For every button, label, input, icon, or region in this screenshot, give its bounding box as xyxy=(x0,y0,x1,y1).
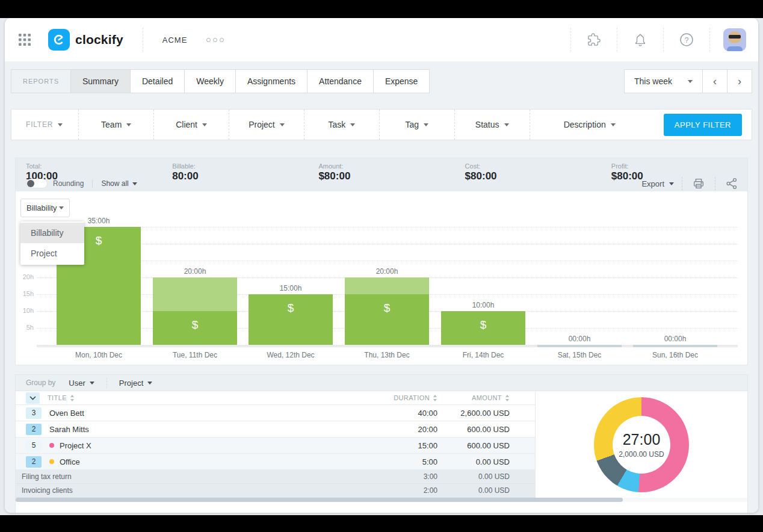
clockify-logo-icon xyxy=(48,29,70,51)
menu-option-project[interactable]: Project xyxy=(20,243,84,264)
apply-filter-button[interactable]: APPLY FILTER xyxy=(664,114,742,136)
filter-description-label: Description xyxy=(564,120,606,129)
x-axis-day-label: Thu, 13th Dec xyxy=(339,351,435,359)
x-axis-day-label: Wed, 12th Dec xyxy=(242,351,339,359)
filter-project[interactable]: Project xyxy=(229,110,304,140)
tab-assignments[interactable]: Assignments xyxy=(235,70,307,93)
integrations-puzzle-icon[interactable] xyxy=(577,28,611,52)
table-row[interactable]: 3Oven Bett40:002,600.00 USD xyxy=(16,405,535,421)
x-axis-day-label: Mon, 10th Dec xyxy=(51,351,147,359)
share-icon[interactable] xyxy=(723,177,740,190)
divider xyxy=(682,177,682,190)
x-axis-day-label: Sun, 16th Dec xyxy=(627,351,723,359)
header-left: clockify ACME xyxy=(14,28,224,52)
row-title: Project X xyxy=(60,441,91,450)
clockify-logo[interactable]: clockify xyxy=(43,29,128,51)
reports-tabs: REPORTS Summary Detailed Weekly Assignme… xyxy=(11,69,430,93)
row-amount: 600.00 USD xyxy=(437,425,510,434)
svg-text:?: ? xyxy=(685,36,689,45)
billable-dollar-icon: $ xyxy=(153,318,237,332)
zero-hours-bar[interactable] xyxy=(537,345,622,347)
filter-client[interactable]: Client xyxy=(153,110,229,140)
prev-week-button[interactable]: ‹ xyxy=(702,70,727,93)
chart-type-value: Billability xyxy=(26,203,57,212)
title-header-label: TITLE xyxy=(48,394,67,401)
show-all-label: Show all xyxy=(101,179,128,188)
billable-dollar-icon: $ xyxy=(441,318,525,332)
table-row[interactable]: 5Project X15:00600.00 USD xyxy=(16,438,535,454)
bar-value-label: 15:00h xyxy=(249,284,333,292)
avatar-art xyxy=(727,46,743,51)
row-amount: 0.00 USD xyxy=(437,472,510,481)
time-breakdown-donut-chart: 27:00 2,000.00 USD xyxy=(594,397,689,492)
stat-label: Cost: xyxy=(465,162,601,170)
rounding-toggle[interactable] xyxy=(26,179,48,188)
filter-project-label: Project xyxy=(249,120,275,129)
scrollbar-thumb[interactable] xyxy=(16,498,623,502)
table-row[interactable]: 2Sarah Mitts20:00600.00 USD xyxy=(16,421,535,438)
y-axis-tick-label: 15h xyxy=(16,290,34,297)
filter-description[interactable]: Description xyxy=(530,110,649,140)
export-dropdown[interactable]: Export xyxy=(641,179,674,188)
table-row[interactable]: Filing tax return3:000.00 USD xyxy=(16,470,535,484)
group-by-user-dropdown[interactable]: User xyxy=(69,379,94,388)
filter-status[interactable]: Status xyxy=(454,110,530,140)
column-header-amount[interactable]: AMOUNT xyxy=(437,394,510,401)
show-all-dropdown[interactable]: Show all xyxy=(101,179,137,188)
divider xyxy=(92,179,93,188)
row-title: Office xyxy=(60,457,80,466)
entry-count-badge[interactable]: 2 xyxy=(26,456,42,468)
workspace-name[interactable]: ACME xyxy=(158,36,193,45)
menu-option-billability[interactable]: Billability xyxy=(20,223,84,243)
avatar-sunglasses xyxy=(729,35,741,39)
column-header-title[interactable]: TITLE xyxy=(48,394,365,401)
caret-down-icon xyxy=(669,182,674,185)
next-week-button[interactable]: › xyxy=(727,70,752,93)
non-billable-bar-segment[interactable] xyxy=(153,277,237,311)
filter-tag[interactable]: Tag xyxy=(379,110,454,140)
tab-attendance[interactable]: Attendance xyxy=(307,70,373,93)
collapse-all-chevron-icon[interactable] xyxy=(26,392,40,404)
tab-expense[interactable]: Expense xyxy=(373,70,429,93)
header-divider xyxy=(143,28,143,52)
reports-section-label: REPORTS xyxy=(11,70,70,93)
group-by-label: Group by xyxy=(26,379,55,387)
filter-team-label: Team xyxy=(101,120,122,129)
bar-value-label: 20:00h xyxy=(345,267,429,276)
date-range-dropdown[interactable]: This week xyxy=(625,70,702,93)
table-row[interactable]: Invoicing clients2:000.00 USD xyxy=(16,484,535,498)
amount-header-label: AMOUNT xyxy=(472,394,502,401)
entry-count-badge[interactable]: 2 xyxy=(26,424,42,435)
row-title: Invoicing clients xyxy=(22,486,73,495)
non-billable-bar-segment[interactable] xyxy=(345,277,429,294)
summary-table: TITLE DURATION AMOUNT 3Oven Bett40:002,6… xyxy=(16,391,535,498)
zero-hours-bar[interactable] xyxy=(633,345,717,347)
group-by-project-dropdown[interactable]: Project xyxy=(119,379,152,388)
notifications-bell-icon[interactable] xyxy=(623,28,657,52)
tab-summary[interactable]: Summary xyxy=(70,70,130,93)
column-header-duration[interactable]: DURATION xyxy=(365,394,437,401)
help-icon[interactable]: ? xyxy=(670,28,703,52)
filter-label: FILTER xyxy=(26,120,53,129)
sort-icon xyxy=(433,395,437,401)
tab-detailed[interactable]: Detailed xyxy=(130,70,184,93)
filter-label-dropdown[interactable]: FILTER xyxy=(11,110,78,140)
row-title-cell: Filing tax return xyxy=(22,472,365,481)
print-icon[interactable] xyxy=(690,177,707,190)
workspace-more-icon[interactable] xyxy=(206,38,224,42)
table-row[interactable]: 2Office5:000.00 USD xyxy=(16,454,535,470)
filter-task[interactable]: Task xyxy=(304,110,379,140)
chart-type-dropdown[interactable]: Billability xyxy=(20,199,70,217)
entry-count-badge[interactable]: 3 xyxy=(26,407,42,419)
tab-weekly[interactable]: Weekly xyxy=(184,70,235,93)
date-range-label: This week xyxy=(634,76,672,86)
entry-count-badge[interactable]: 5 xyxy=(26,440,42,451)
user-avatar[interactable] xyxy=(723,28,746,51)
filter-team[interactable]: Team xyxy=(78,110,153,140)
row-title-cell: 2Sarah Mitts xyxy=(26,424,365,435)
row-duration: 5:00 xyxy=(365,457,437,466)
row-duration: 20:00 xyxy=(365,425,437,434)
row-amount: 600.00 USD xyxy=(437,441,510,450)
row-duration: 40:00 xyxy=(365,409,437,418)
apps-grid-icon[interactable] xyxy=(14,29,35,50)
